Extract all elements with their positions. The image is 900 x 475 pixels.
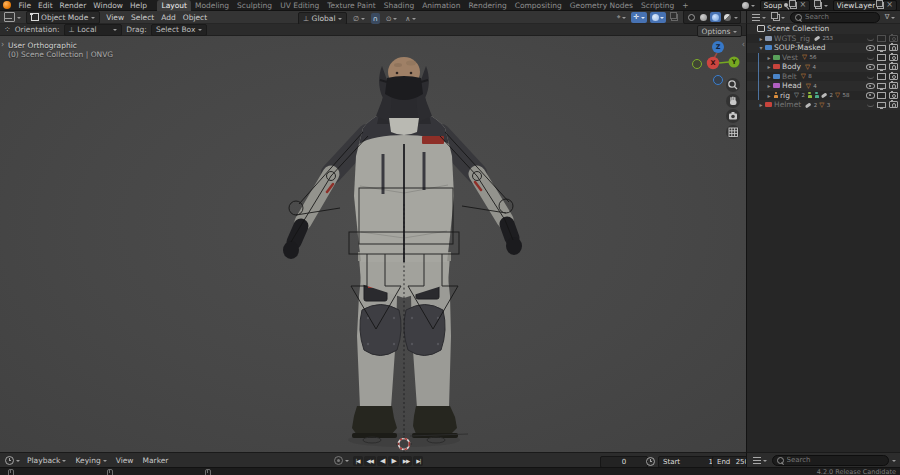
xray-toggle[interactable] (669, 12, 680, 23)
screen-toggle[interactable] (878, 35, 886, 42)
expand-arrow-icon[interactable]: ▸ (757, 100, 765, 110)
tab-geometry-nodes[interactable]: Geometry Nodes (566, 0, 637, 11)
eye-toggle[interactable] (866, 83, 874, 90)
eye-icon[interactable] (866, 92, 875, 99)
expand-arrow-icon[interactable]: ▸ (765, 81, 773, 91)
options-dropdown[interactable]: Options (697, 25, 742, 37)
tab-uv-editing[interactable]: UV Editing (276, 0, 323, 11)
tab-shading[interactable]: Shading (380, 0, 418, 11)
outliner-row-scene-collection[interactable]: Scene Collection (747, 24, 900, 34)
eye-icon[interactable] (866, 83, 875, 90)
outliner-editor-type-button[interactable] (750, 12, 768, 23)
tab-sculpting[interactable]: Sculpting (233, 0, 276, 11)
collapse-arrow-icon[interactable]: ▾ (757, 43, 765, 53)
viewport-menu-add[interactable]: Add (158, 11, 180, 24)
camera-toggle[interactable] (889, 82, 897, 89)
screen-toggle[interactable] (878, 73, 886, 80)
scene-name-field[interactable]: Soup × (760, 0, 811, 11)
remove-viewlayer-icon[interactable]: × (886, 1, 893, 9)
auto-keying-toggle[interactable] (332, 455, 351, 466)
eye-toggle[interactable] (866, 74, 874, 79)
snap-toggle-button[interactable]: ∩ (371, 13, 380, 24)
monitor-icon[interactable] (877, 35, 886, 42)
scene-browse-button[interactable] (740, 0, 757, 11)
menu-render[interactable]: Render (56, 0, 90, 11)
camera-toggle[interactable] (889, 73, 897, 80)
zoom-button[interactable] (726, 78, 740, 92)
outliner-row-body[interactable]: ▸Body▽4 (747, 62, 900, 72)
next-keyframe-button[interactable]: ▶▶ (400, 456, 412, 466)
eye-toggle[interactable] (866, 92, 874, 99)
eye-closed-icon[interactable] (867, 103, 874, 108)
expand-arrow-icon[interactable]: ▸ (757, 34, 765, 44)
eye-toggle[interactable] (866, 45, 874, 52)
screen-toggle[interactable] (878, 54, 886, 61)
outliner-row-belt[interactable]: ▸Belt▽8 (747, 72, 900, 82)
viewport-menu-object[interactable]: Object (179, 11, 210, 24)
camera-view-button[interactable] (726, 109, 740, 123)
outliner-search-input[interactable] (805, 13, 875, 21)
monitor-icon[interactable] (877, 45, 886, 52)
expand-arrow-icon[interactable]: ▸ (765, 62, 773, 72)
tab-layout[interactable]: Layout (157, 0, 191, 11)
camera-toggle[interactable] (889, 35, 897, 42)
expand-arrow-icon[interactable]: ▸ (765, 91, 773, 101)
tab-texture-paint[interactable]: Texture Paint (323, 0, 379, 11)
blender-logo-icon[interactable] (3, 1, 11, 9)
camera-toggle[interactable] (889, 92, 897, 99)
timeline-menu-keying[interactable]: Keying (72, 453, 110, 468)
drag-dropdown[interactable]: Select Box (151, 24, 207, 36)
monitor-icon[interactable] (877, 102, 886, 109)
tab-animation[interactable]: Animation (418, 0, 464, 11)
eye-toggle[interactable] (866, 64, 874, 71)
shading-wireframe-button[interactable] (686, 12, 697, 22)
chevron-down-icon[interactable] (892, 460, 896, 464)
menu-help[interactable]: Help (126, 0, 150, 11)
camera-toggle[interactable] (889, 63, 897, 70)
eye-toggle[interactable] (866, 103, 874, 108)
properties-search-input[interactable] (787, 456, 885, 464)
menu-file[interactable]: File (15, 0, 35, 11)
use-preview-range-icon[interactable] (646, 457, 655, 466)
viewport-menu-select[interactable]: Select (128, 11, 158, 24)
timeline-menu-view[interactable]: View (112, 453, 137, 468)
current-frame-field[interactable]: 0 (600, 456, 648, 468)
editor-type-button[interactable] (2, 12, 23, 23)
object-visibility-dropdown[interactable]: ⌖ (615, 12, 628, 23)
render-camera-icon[interactable] (889, 73, 898, 80)
render-camera-icon[interactable] (889, 54, 898, 61)
active-tool-icon[interactable]: ⁘ (4, 26, 11, 34)
render-camera-icon[interactable] (889, 82, 898, 89)
display-mode-dropdown[interactable] (771, 12, 788, 23)
area-divider[interactable] (746, 11, 747, 467)
expand-arrow-icon[interactable]: ▸ (765, 72, 773, 82)
falloff-dropdown[interactable]: ∧ (403, 13, 418, 24)
viewlayer-name-field[interactable]: ViewLayer × (833, 0, 897, 11)
new-viewlayer-icon[interactable] (877, 2, 884, 9)
play-reverse-button[interactable]: ◀ (377, 456, 387, 466)
eye-toggle[interactable] (866, 55, 874, 60)
tab-compositing[interactable]: Compositing (511, 0, 566, 11)
timeline-menu-playback[interactable]: Playback (24, 453, 70, 468)
render-camera-icon[interactable] (889, 92, 898, 99)
jump-end-button[interactable]: ▶| (413, 456, 423, 466)
show-gizmos-toggle[interactable]: ✛ (631, 12, 646, 23)
shading-material-button[interactable] (710, 12, 721, 22)
add-workspace-button[interactable]: + (678, 0, 692, 11)
render-camera-icon[interactable] (889, 35, 898, 42)
tab-scripting[interactable]: Scripting (637, 0, 678, 11)
eye-closed-icon[interactable] (867, 36, 874, 41)
properties-editor-type-button[interactable] (751, 455, 769, 466)
camera-toggle[interactable] (889, 101, 897, 108)
screen-toggle[interactable] (878, 92, 886, 99)
timeline-menu-marker[interactable]: Marker (139, 453, 172, 468)
menu-window[interactable]: Window (90, 0, 127, 11)
3d-viewport[interactable]: User Orthographic (0) Scene Collection |… (0, 36, 746, 452)
menu-edit[interactable]: Edit (35, 0, 57, 11)
monitor-icon[interactable] (877, 92, 886, 99)
timeline-editor-type-button[interactable] (3, 455, 22, 466)
outliner-row-wgts-rig[interactable]: ▸WGTS_rig253 (747, 34, 900, 44)
outliner-row-vest[interactable]: ▸Vest▽56 (747, 53, 900, 63)
monitor-icon[interactable] (877, 64, 886, 71)
eye-icon[interactable] (866, 64, 875, 71)
